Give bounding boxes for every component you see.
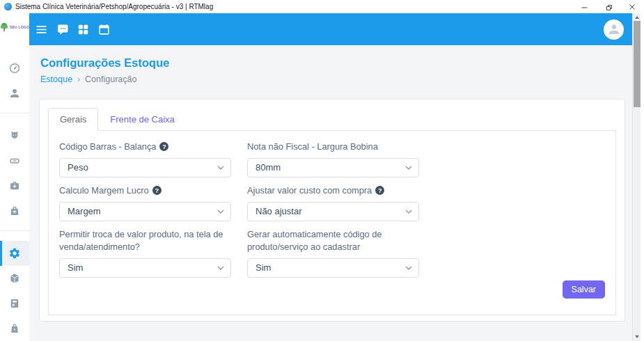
apps-button[interactable] [72, 17, 93, 41]
tab-panel-gerais: Código Barras - Balança ? Peso [48, 130, 616, 315]
vertical-scrollbar[interactable] [632, 13, 641, 341]
breadcrumb-separator: › [77, 74, 80, 84]
chevron-down-icon [405, 266, 412, 270]
select-calculo-margem-lucro[interactable]: Margem [59, 202, 231, 221]
cube-icon [8, 272, 21, 285]
field-largura-bobina: Nota não Fiscal - Largura Bobina 80mm [247, 141, 419, 177]
chevron-down-icon [217, 266, 224, 270]
logo-text: SEU LOGO [10, 25, 29, 29]
breadcrumb-link-estoque[interactable]: Estoque [40, 74, 72, 84]
menu-toggle-button[interactable] [31, 17, 52, 41]
messages-button[interactable] [52, 17, 72, 41]
select-value: Sim [68, 262, 83, 273]
user-icon [8, 87, 21, 100]
select-gerar-codigo-automatico[interactable]: Sim [247, 258, 419, 278]
sidebar: SEU LOGO [0, 13, 29, 341]
minimize-button[interactable] [573, 0, 597, 13]
window-titlebar: Sistema Clínica Veterinária/Petshop/Agro… [0, 0, 644, 13]
field-calculo-margem-lucro: Calculo Margem Lucro ? Margem [59, 184, 231, 221]
breadcrumb-current: Configuração [85, 74, 136, 84]
help-icon[interactable]: ? [152, 186, 162, 195]
chevron-down-icon [405, 209, 412, 214]
help-icon[interactable]: ? [159, 142, 168, 151]
sidebar-item-pos[interactable] [0, 291, 29, 316]
field-label: Código Barras - Balança ? [59, 141, 231, 153]
field-ajustar-valor-custo: Ajustar valor custo com compra ? Não aju… [247, 184, 419, 221]
settings-form: Código Barras - Balança ? Peso [59, 141, 605, 278]
calendar-button[interactable] [93, 17, 114, 41]
scroll-up-arrow[interactable] [633, 14, 641, 21]
field-permitir-troca-valor: Permitir troca de valor produto, na tela… [59, 228, 231, 278]
bag-plus-icon [8, 180, 21, 192]
save-button[interactable]: Salvar [563, 280, 605, 299]
user-avatar[interactable] [604, 19, 624, 40]
help-icon[interactable]: ? [375, 186, 384, 195]
field-label: Calculo Margem Lucro ? [59, 184, 231, 197]
chevron-down-icon [217, 166, 224, 170]
cat-icon [8, 129, 21, 142]
select-value: Não ajustar [256, 206, 301, 216]
select-permitir-troca-valor[interactable]: Sim [59, 258, 231, 278]
settings-card: Gerais Frente de Caixa Código Barras - B… [39, 99, 625, 322]
handbag-plus-icon [8, 205, 21, 217]
sidebar-item-tags[interactable] [0, 148, 29, 173]
sidebar-item-purchases[interactable] [0, 173, 29, 198]
field-label: Ajustar valor custo com compra ? [247, 184, 419, 197]
speedometer-icon [8, 62, 21, 74]
page-title: Configurações Estoque [40, 56, 625, 70]
capsule-link-icon [8, 154, 21, 167]
field-label: Gerar automaticamente código de produto/… [247, 228, 419, 253]
close-button[interactable] [620, 0, 644, 13]
select-value: 80mm [256, 162, 281, 173]
scrollbar-thumb[interactable] [634, 21, 641, 107]
breadcrumb: Estoque › Configuração [40, 74, 625, 84]
sidebar-item-settings[interactable] [0, 241, 29, 266]
window-title: Sistema Clínica Veterinária/Petshop/Agro… [15, 3, 213, 10]
select-value: Peso [68, 162, 88, 173]
topbar [29, 13, 632, 45]
select-value: Margem [68, 206, 101, 216]
maximize-button[interactable] [597, 0, 620, 13]
select-ajustar-valor-custo[interactable]: Não ajustar [247, 202, 419, 221]
sidebar-item-clients[interactable] [0, 81, 29, 106]
sidebar-nav [0, 56, 29, 341]
tab-gerais[interactable]: Gerais [48, 108, 98, 131]
select-value: Sim [256, 262, 271, 273]
page-content: Configurações Estoque Estoque › Configur… [29, 45, 632, 341]
apps-grid-icon [77, 23, 90, 36]
gear-icon [8, 247, 21, 260]
app-icon [4, 3, 12, 10]
scroll-down-arrow[interactable] [633, 333, 641, 340]
form-actions: Salvar [563, 280, 605, 299]
company-logo[interactable]: SEU LOGO [0, 13, 29, 40]
window-right-gap [641, 13, 644, 341]
select-largura-bobina[interactable]: 80mm [247, 158, 419, 177]
hamburger-menu-icon [35, 23, 48, 36]
field-codigo-barras-balanca: Código Barras - Balança ? Peso [59, 141, 231, 177]
tree-logo-icon [0, 22, 8, 32]
card-machine-icon [8, 297, 21, 310]
sidebar-divider [0, 113, 29, 113]
sidebar-item-sales[interactable] [0, 198, 29, 223]
sidebar-item-stock[interactable] [0, 266, 29, 291]
sidebar-item-dashboard[interactable] [0, 56, 29, 81]
sidebar-item-shop[interactable] [0, 316, 29, 341]
sidebar-divider [0, 230, 29, 231]
chat-icon [56, 23, 69, 36]
avatar-person-icon [607, 22, 621, 36]
chevron-down-icon [217, 209, 224, 214]
tab-frente-de-caixa[interactable]: Frente de Caixa [98, 108, 187, 131]
select-codigo-barras-balanca[interactable]: Peso [59, 158, 231, 177]
shopping-bag-icon [8, 322, 21, 335]
field-gerar-codigo-automatico: Gerar automaticamente código de produto/… [247, 228, 419, 278]
tab-bar: Gerais Frente de Caixa [48, 108, 616, 131]
chevron-down-icon [405, 166, 412, 170]
calendar-icon [97, 23, 111, 36]
field-label: Nota não Fiscal - Largura Bobina [247, 141, 419, 153]
field-label: Permitir troca de valor produto, na tela… [59, 228, 231, 253]
sidebar-item-pets[interactable] [0, 123, 29, 148]
